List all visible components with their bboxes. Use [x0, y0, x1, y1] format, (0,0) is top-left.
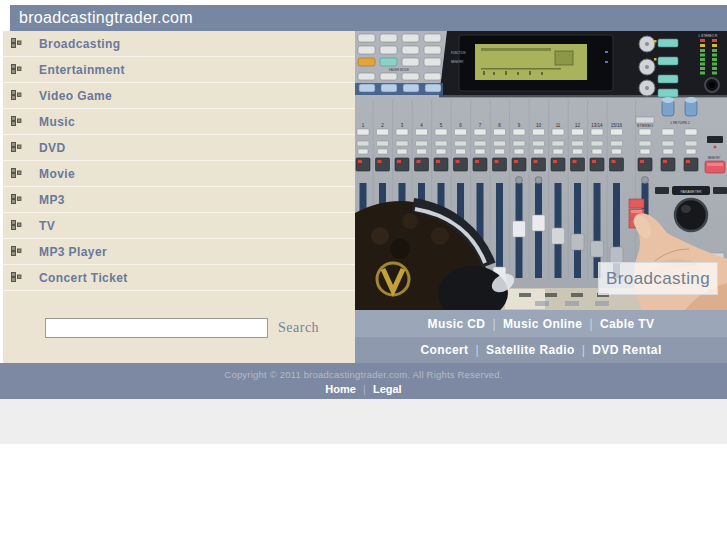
menu-bullet-icon [11, 64, 22, 75]
sidebar-item-dvd[interactable]: DVD [3, 135, 355, 161]
hero-section: FUNCTION MEMORY FADER MODE [355, 31, 727, 310]
stereo-label: STEREO [637, 123, 653, 128]
menu-bullet-icon [11, 90, 22, 101]
fader-mode-label: FADER MODE [389, 68, 409, 72]
site-title: broadcastingtrader.com [19, 9, 193, 26]
lcd-function-label: FUNCTION [451, 51, 465, 55]
lcd-memory-label: MEMORY [451, 60, 464, 64]
menu-bullet-icon [11, 38, 22, 49]
sidebar-item-mp3[interactable]: MP3 [3, 187, 355, 213]
menu-bullet-icon [11, 246, 22, 257]
parameter-label: PARAMETER [681, 190, 702, 194]
menu-bullet-icon [11, 116, 22, 127]
sidebar-item-label: Music [39, 115, 75, 129]
sidebar-item-label: Entertainment [39, 63, 125, 77]
hero-caption: Broadcasting [598, 262, 718, 295]
channel-label: 15/16 [611, 123, 623, 128]
footer-link-legal[interactable]: Legal [373, 383, 402, 395]
meter-label: L STEREO R [699, 34, 719, 38]
link-separator: | [492, 317, 496, 331]
menu-bullet-icon [11, 142, 22, 153]
search-button[interactable]: Search [278, 320, 319, 336]
page-bottom-strip [0, 399, 727, 444]
menu-bullet-icon [11, 272, 22, 283]
sidebar: Broadcasting Entertainment Video Game Mu… [3, 31, 355, 363]
sidebar-item-label: MP3 Player [39, 245, 107, 259]
links-row-1: Music CD | Music Online | Cable TV [355, 310, 727, 337]
sidebar-item-label: DVD [39, 141, 66, 155]
menu-bullet-icon [11, 194, 22, 205]
hero-caption-label: Broadcasting [606, 269, 710, 289]
links-bar: Music CD | Music Online | Cable TV Conce… [355, 310, 727, 363]
channel-label: 11 [556, 123, 561, 128]
link-satellite-radio[interactable]: Satellite Radio [486, 343, 575, 357]
footer-links: Home | Legal [0, 383, 727, 395]
site-header: broadcastingtrader.com [10, 5, 727, 31]
sidebar-item-concert-ticket[interactable]: Concert Ticket [3, 265, 355, 291]
link-dvd-rental[interactable]: DVD Rental [592, 343, 661, 357]
sidebar-item-label: Movie [39, 167, 75, 181]
sidebar-item-video-game[interactable]: Video Game [3, 83, 355, 109]
memory-button-label: MEMORY [708, 156, 721, 160]
lcd-screen: FUNCTION MEMORY [451, 35, 613, 91]
sidebar-item-movie[interactable]: Movie [3, 161, 355, 187]
sidebar-item-tv[interactable]: TV [3, 213, 355, 239]
link-separator: | [589, 317, 593, 331]
link-separator: | [582, 343, 586, 357]
menu-bullet-icon [11, 168, 22, 179]
sidebar-item-music[interactable]: Music [3, 109, 355, 135]
menu-bullet-icon [11, 220, 22, 231]
channel-label: 13/14 [591, 123, 603, 128]
parameter-knob [675, 199, 707, 231]
link-concert[interactable]: Concert [420, 343, 468, 357]
sidebar-item-label: Video Game [39, 89, 112, 103]
footer: Copyright © 2011 broadcastingtrader.com.… [0, 363, 727, 399]
return-label: 1 RETURN 2 [670, 121, 690, 125]
copyright-text: Copyright © 2011 broadcastingtrader.com.… [0, 363, 727, 380]
sidebar-item-label: Broadcasting [39, 37, 120, 51]
link-cable-tv[interactable]: Cable TV [600, 317, 655, 331]
channel-label: 12 [575, 123, 581, 128]
link-music-online[interactable]: Music Online [503, 317, 582, 331]
footer-link-home[interactable]: Home [325, 383, 356, 395]
link-music-cd[interactable]: Music CD [428, 317, 486, 331]
sidebar-item-broadcasting[interactable]: Broadcasting [3, 31, 355, 57]
sidebar-item-mp3-player[interactable]: MP3 Player [3, 239, 355, 265]
search-area: Search [3, 318, 355, 363]
sidebar-item-label: TV [39, 219, 55, 233]
sidebar-item-entertainment[interactable]: Entertainment [3, 57, 355, 83]
links-row-2: Concert | Satellite Radio | DVD Rental [355, 337, 727, 363]
search-input[interactable] [45, 318, 268, 338]
footer-link-separator: | [363, 383, 366, 395]
link-separator: | [476, 343, 480, 357]
channel-label: 10 [536, 123, 542, 128]
sidebar-item-label: Concert Ticket [39, 271, 128, 285]
sidebar-item-label: MP3 [39, 193, 65, 207]
